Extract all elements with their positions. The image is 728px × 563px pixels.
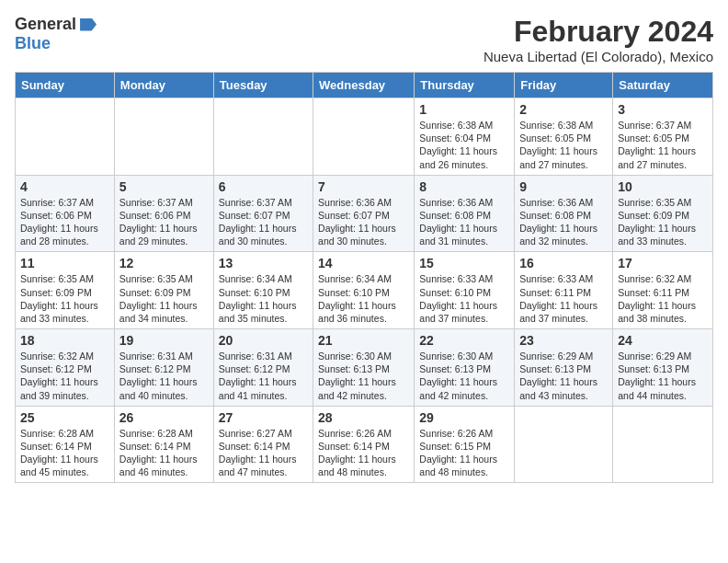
day-number: 20 bbox=[219, 333, 308, 348]
day-cell-8: 8Sunrise: 6:36 AM Sunset: 6:08 PM Daylig… bbox=[415, 175, 515, 252]
day-cell-13: 13Sunrise: 6:34 AM Sunset: 6:10 PM Dayli… bbox=[213, 252, 313, 329]
day-info: Sunrise: 6:34 AM Sunset: 6:10 PM Dayligh… bbox=[318, 272, 409, 325]
day-number: 27 bbox=[219, 410, 308, 425]
day-cell-12: 12Sunrise: 6:35 AM Sunset: 6:09 PM Dayli… bbox=[114, 252, 213, 329]
col-header-sunday: Sunday bbox=[16, 73, 115, 98]
week-row-3: 11Sunrise: 6:35 AM Sunset: 6:09 PM Dayli… bbox=[16, 252, 713, 329]
title-area: February 2024 Nueva Libertad (El Colorad… bbox=[483, 15, 713, 64]
day-info: Sunrise: 6:37 AM Sunset: 6:05 PM Dayligh… bbox=[618, 119, 708, 171]
day-info: Sunrise: 6:37 AM Sunset: 6:06 PM Dayligh… bbox=[119, 196, 209, 248]
day-number: 13 bbox=[219, 256, 308, 270]
day-cell-29: 29Sunrise: 6:26 AM Sunset: 6:15 PM Dayli… bbox=[415, 406, 515, 483]
day-info: Sunrise: 6:35 AM Sunset: 6:09 PM Dayligh… bbox=[618, 196, 708, 248]
day-cell-3: 3Sunrise: 6:37 AM Sunset: 6:05 PM Daylig… bbox=[613, 98, 713, 176]
day-info: Sunrise: 6:34 AM Sunset: 6:10 PM Dayligh… bbox=[219, 272, 308, 325]
day-number: 10 bbox=[618, 179, 708, 194]
day-info: Sunrise: 6:32 AM Sunset: 6:12 PM Dayligh… bbox=[20, 350, 109, 402]
day-number: 1 bbox=[419, 102, 509, 117]
day-info: Sunrise: 6:36 AM Sunset: 6:07 PM Dayligh… bbox=[318, 196, 409, 248]
empty-cell bbox=[515, 406, 613, 483]
day-info: Sunrise: 6:29 AM Sunset: 6:13 PM Dayligh… bbox=[519, 350, 608, 402]
day-info: Sunrise: 6:37 AM Sunset: 6:06 PM Dayligh… bbox=[20, 196, 109, 248]
day-cell-5: 5Sunrise: 6:37 AM Sunset: 6:06 PM Daylig… bbox=[114, 175, 213, 252]
day-cell-2: 2Sunrise: 6:38 AM Sunset: 6:05 PM Daylig… bbox=[515, 98, 613, 176]
day-cell-27: 27Sunrise: 6:27 AM Sunset: 6:14 PM Dayli… bbox=[213, 406, 313, 483]
day-cell-21: 21Sunrise: 6:30 AM Sunset: 6:13 PM Dayli… bbox=[313, 329, 415, 407]
logo-icon bbox=[80, 18, 97, 31]
day-cell-14: 14Sunrise: 6:34 AM Sunset: 6:10 PM Dayli… bbox=[313, 252, 415, 329]
col-header-tuesday: Tuesday bbox=[213, 73, 313, 98]
day-number: 28 bbox=[318, 410, 409, 425]
day-info: Sunrise: 6:30 AM Sunset: 6:13 PM Dayligh… bbox=[318, 350, 409, 402]
day-number: 4 bbox=[20, 179, 109, 194]
day-cell-7: 7Sunrise: 6:36 AM Sunset: 6:07 PM Daylig… bbox=[313, 175, 415, 252]
day-number: 14 bbox=[318, 256, 409, 270]
month-year: February 2024 bbox=[483, 15, 713, 49]
day-number: 9 bbox=[519, 179, 608, 194]
day-number: 5 bbox=[119, 179, 209, 194]
day-number: 16 bbox=[519, 256, 608, 270]
day-number: 3 bbox=[618, 102, 708, 117]
col-header-monday: Monday bbox=[114, 73, 213, 98]
day-cell-15: 15Sunrise: 6:33 AM Sunset: 6:10 PM Dayli… bbox=[415, 252, 515, 329]
day-number: 22 bbox=[419, 333, 509, 348]
col-header-wednesday: Wednesday bbox=[313, 73, 415, 98]
day-number: 7 bbox=[318, 179, 409, 194]
day-cell-16: 16Sunrise: 6:33 AM Sunset: 6:11 PM Dayli… bbox=[515, 252, 613, 329]
day-number: 2 bbox=[519, 102, 608, 117]
day-info: Sunrise: 6:33 AM Sunset: 6:11 PM Dayligh… bbox=[519, 272, 608, 325]
day-info: Sunrise: 6:32 AM Sunset: 6:11 PM Dayligh… bbox=[618, 272, 708, 325]
day-number: 17 bbox=[618, 256, 708, 270]
day-cell-23: 23Sunrise: 6:29 AM Sunset: 6:13 PM Dayli… bbox=[515, 329, 613, 407]
day-info: Sunrise: 6:31 AM Sunset: 6:12 PM Dayligh… bbox=[219, 350, 308, 402]
logo-general: General bbox=[15, 15, 76, 34]
day-cell-20: 20Sunrise: 6:31 AM Sunset: 6:12 PM Dayli… bbox=[213, 329, 313, 407]
day-cell-18: 18Sunrise: 6:32 AM Sunset: 6:12 PM Dayli… bbox=[16, 329, 115, 407]
day-info: Sunrise: 6:38 AM Sunset: 6:05 PM Dayligh… bbox=[519, 119, 608, 171]
empty-cell bbox=[313, 98, 415, 176]
day-number: 12 bbox=[119, 256, 209, 270]
day-number: 18 bbox=[20, 333, 109, 348]
col-header-thursday: Thursday bbox=[415, 73, 515, 98]
day-info: Sunrise: 6:36 AM Sunset: 6:08 PM Dayligh… bbox=[419, 196, 509, 248]
day-cell-25: 25Sunrise: 6:28 AM Sunset: 6:14 PM Dayli… bbox=[16, 406, 115, 483]
day-number: 25 bbox=[20, 410, 109, 425]
calendar-table: SundayMondayTuesdayWednesdayThursdayFrid… bbox=[15, 72, 713, 483]
day-info: Sunrise: 6:28 AM Sunset: 6:14 PM Dayligh… bbox=[119, 427, 209, 479]
day-number: 8 bbox=[419, 179, 509, 194]
day-info: Sunrise: 6:30 AM Sunset: 6:13 PM Dayligh… bbox=[419, 350, 509, 402]
day-number: 26 bbox=[119, 410, 209, 425]
day-info: Sunrise: 6:28 AM Sunset: 6:14 PM Dayligh… bbox=[20, 427, 109, 479]
day-info: Sunrise: 6:31 AM Sunset: 6:12 PM Dayligh… bbox=[119, 350, 209, 402]
day-cell-28: 28Sunrise: 6:26 AM Sunset: 6:14 PM Dayli… bbox=[313, 406, 415, 483]
day-number: 29 bbox=[419, 410, 509, 425]
day-cell-1: 1Sunrise: 6:38 AM Sunset: 6:04 PM Daylig… bbox=[415, 98, 515, 176]
day-cell-6: 6Sunrise: 6:37 AM Sunset: 6:07 PM Daylig… bbox=[213, 175, 313, 252]
header-row: SundayMondayTuesdayWednesdayThursdayFrid… bbox=[16, 73, 713, 98]
day-cell-11: 11Sunrise: 6:35 AM Sunset: 6:09 PM Dayli… bbox=[16, 252, 115, 329]
day-info: Sunrise: 6:36 AM Sunset: 6:08 PM Dayligh… bbox=[519, 196, 608, 248]
day-info: Sunrise: 6:38 AM Sunset: 6:04 PM Dayligh… bbox=[419, 119, 509, 171]
logo: General Blue bbox=[15, 15, 97, 53]
logo-blue: Blue bbox=[15, 34, 51, 53]
empty-cell bbox=[613, 406, 713, 483]
location: Nueva Libertad (El Colorado), Mexico bbox=[483, 49, 713, 64]
day-number: 6 bbox=[219, 179, 308, 194]
week-row-4: 18Sunrise: 6:32 AM Sunset: 6:12 PM Dayli… bbox=[16, 329, 713, 407]
header: General Blue February 2024 Nueva Liberta… bbox=[15, 15, 713, 64]
week-row-1: 1Sunrise: 6:38 AM Sunset: 6:04 PM Daylig… bbox=[16, 98, 713, 176]
day-number: 19 bbox=[119, 333, 209, 348]
day-cell-22: 22Sunrise: 6:30 AM Sunset: 6:13 PM Dayli… bbox=[415, 329, 515, 407]
day-number: 24 bbox=[618, 333, 708, 348]
day-cell-4: 4Sunrise: 6:37 AM Sunset: 6:06 PM Daylig… bbox=[16, 175, 115, 252]
day-info: Sunrise: 6:26 AM Sunset: 6:15 PM Dayligh… bbox=[419, 427, 509, 479]
col-header-friday: Friday bbox=[515, 73, 613, 98]
day-info: Sunrise: 6:26 AM Sunset: 6:14 PM Dayligh… bbox=[318, 427, 409, 479]
day-info: Sunrise: 6:35 AM Sunset: 6:09 PM Dayligh… bbox=[20, 272, 109, 325]
day-number: 11 bbox=[20, 256, 109, 270]
day-info: Sunrise: 6:35 AM Sunset: 6:09 PM Dayligh… bbox=[119, 272, 209, 325]
empty-cell bbox=[213, 98, 313, 176]
week-row-2: 4Sunrise: 6:37 AM Sunset: 6:06 PM Daylig… bbox=[16, 175, 713, 252]
day-info: Sunrise: 6:27 AM Sunset: 6:14 PM Dayligh… bbox=[219, 427, 308, 479]
day-cell-19: 19Sunrise: 6:31 AM Sunset: 6:12 PM Dayli… bbox=[114, 329, 213, 407]
